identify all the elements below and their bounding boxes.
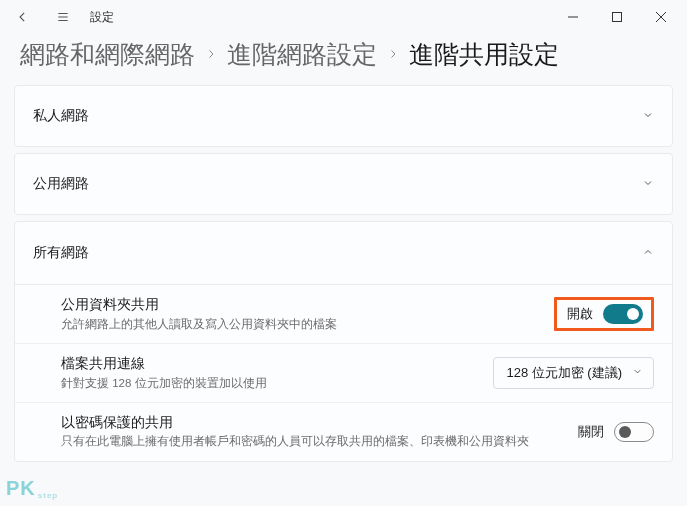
content-area: 私人網路 公用網路 所有網路 公用資料夾共用 允許網路上的其他人讀取及寫入公用資… — [0, 85, 687, 462]
setting-text: 以密碼保護的共用 只有在此電腦上擁有使用者帳戶和密碼的人員可以存取共用的檔案、印… — [61, 413, 564, 451]
setting-title: 公用資料夾共用 — [61, 295, 540, 315]
minimize-icon — [568, 12, 578, 22]
close-icon — [656, 12, 666, 22]
setting-description: 針對支援 128 位元加密的裝置加以使用 — [61, 375, 479, 392]
setting-file-sharing-connection: 檔案共用連線 針對支援 128 位元加密的裝置加以使用 128 位元加密 (建議… — [15, 343, 672, 402]
chevron-up-icon — [642, 244, 654, 262]
watermark-main: PK — [6, 477, 36, 499]
back-button[interactable] — [4, 1, 42, 33]
encryption-dropdown[interactable]: 128 位元加密 (建議) — [493, 357, 654, 389]
breadcrumb: 網路和網際網路 進階網路設定 進階共用設定 — [0, 34, 687, 85]
title-bar-left: 設定 — [4, 1, 114, 33]
toggle-knob — [627, 308, 639, 320]
arrow-left-icon — [16, 10, 30, 24]
hamburger-icon — [56, 10, 70, 24]
minimize-button[interactable] — [551, 1, 595, 33]
chevron-right-icon — [385, 47, 401, 63]
chevron-down-icon — [642, 107, 654, 125]
section-all-networks: 所有網路 公用資料夾共用 允許網路上的其他人讀取及寫入公用資料夾中的檔案 開啟 — [14, 221, 673, 462]
dropdown-value: 128 位元加密 (建議) — [506, 364, 622, 382]
toggle-knob — [619, 426, 631, 438]
setting-public-folder-sharing: 公用資料夾共用 允許網路上的其他人讀取及寫入公用資料夾中的檔案 開啟 — [15, 285, 672, 343]
section-all-networks-header[interactable]: 所有網路 — [15, 222, 672, 284]
section-public-networks[interactable]: 公用網路 — [14, 153, 673, 215]
toggle-state-label: 關閉 — [578, 423, 604, 441]
setting-control: 關閉 — [578, 422, 654, 442]
setting-text: 公用資料夾共用 允許網路上的其他人讀取及寫入公用資料夾中的檔案 — [61, 295, 540, 333]
breadcrumb-level3: 進階共用設定 — [409, 38, 559, 71]
setting-description: 允許網路上的其他人讀取及寫入公用資料夾中的檔案 — [61, 316, 540, 333]
setting-control: 開啟 — [554, 297, 654, 331]
setting-description: 只有在此電腦上擁有使用者帳戶和密碼的人員可以存取共用的檔案、印表機和公用資料夾 — [61, 433, 564, 450]
setting-control: 128 位元加密 (建議) — [493, 357, 654, 389]
section-label: 私人網路 — [33, 107, 89, 125]
svg-rect-0 — [613, 13, 622, 22]
password-protected-sharing-toggle[interactable] — [614, 422, 654, 442]
breadcrumb-level1[interactable]: 網路和網際網路 — [20, 38, 195, 71]
watermark: PKstep — [6, 477, 58, 500]
section-label: 所有網路 — [33, 244, 89, 262]
watermark-sub: step — [38, 491, 58, 500]
setting-title: 檔案共用連線 — [61, 354, 479, 374]
window-controls — [551, 1, 683, 33]
section-private-networks[interactable]: 私人網路 — [14, 85, 673, 147]
title-bar: 設定 — [0, 0, 687, 34]
setting-text: 檔案共用連線 針對支援 128 位元加密的裝置加以使用 — [61, 354, 479, 392]
all-networks-settings: 公用資料夾共用 允許網路上的其他人讀取及寫入公用資料夾中的檔案 開啟 檔案共用連… — [15, 284, 672, 461]
chevron-down-icon — [632, 365, 643, 380]
setting-title: 以密碼保護的共用 — [61, 413, 564, 433]
setting-password-protected-sharing: 以密碼保護的共用 只有在此電腦上擁有使用者帳戶和密碼的人員可以存取共用的檔案、印… — [15, 402, 672, 461]
window-title: 設定 — [90, 9, 114, 26]
breadcrumb-level2[interactable]: 進階網路設定 — [227, 38, 377, 71]
chevron-right-icon — [203, 47, 219, 63]
section-label: 公用網路 — [33, 175, 89, 193]
close-button[interactable] — [639, 1, 683, 33]
maximize-button[interactable] — [595, 1, 639, 33]
menu-button[interactable] — [44, 1, 82, 33]
maximize-icon — [612, 12, 622, 22]
toggle-state-label: 開啟 — [567, 305, 593, 323]
highlight-annotation: 開啟 — [554, 297, 654, 331]
public-folder-sharing-toggle[interactable] — [603, 304, 643, 324]
chevron-down-icon — [642, 175, 654, 193]
